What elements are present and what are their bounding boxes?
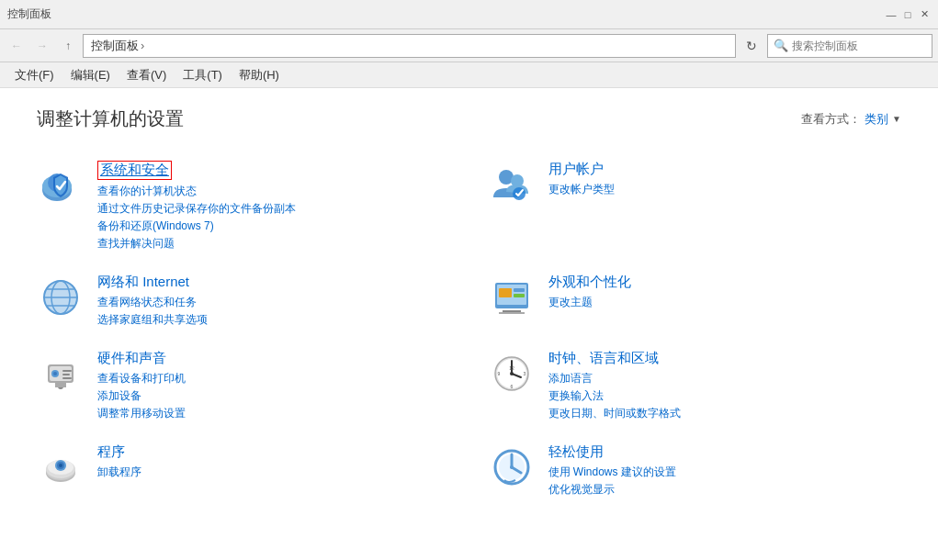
menu-file[interactable]: 文件(F) (7, 64, 62, 86)
cp-link[interactable]: 通过文件历史记录保存你的文件备份副本 (97, 201, 451, 217)
back-button[interactable]: ← (6, 35, 28, 57)
cp-item-hardware-sound: 硬件和声音 查看设备和打印机添加设备调整常用移动设置 (37, 342, 451, 429)
menu-help[interactable]: 帮助(H) (232, 64, 287, 86)
programs-title[interactable]: 程序 (97, 443, 451, 461)
user-accounts-title[interactable]: 用户帐户 (548, 161, 902, 178)
title-bar-left: 控制面板 (7, 6, 51, 22)
menu-tools[interactable]: 工具(T) (175, 64, 230, 86)
svg-rect-23 (55, 383, 66, 387)
appearance-text: 外观和个性化 更改主题 (548, 274, 902, 310)
svg-rect-16 (499, 312, 525, 314)
cp-link[interactable]: 查看设备和打印机 (97, 371, 451, 386)
cp-link[interactable]: 卸载程序 (97, 465, 451, 480)
cp-link[interactable]: 查看你的计算机状态 (97, 184, 451, 199)
network-internet-links: 查看网络状态和任务选择家庭组和共享选项 (97, 295, 451, 328)
main-content: 调整计算机的设置 查看方式： 类别 ▼ 系统和安全 查看你的计算机状态通过文件历… (0, 88, 938, 560)
cp-item-system-security: 系统和安全 查看你的计算机状态通过文件历史记录保存你的文件备份副本备份和还原(W… (37, 153, 451, 259)
menu-edit[interactable]: 编辑(E) (63, 64, 118, 86)
menu-bar: 文件(F) 编辑(E) 查看(V) 工具(T) 帮助(H) (0, 62, 938, 88)
cp-link[interactable]: 调整常用移动设置 (97, 406, 451, 421)
programs-links: 卸载程序 (97, 465, 451, 480)
minimize-button[interactable]: — (885, 8, 898, 21)
menu-view[interactable]: 查看(V) (119, 64, 174, 86)
cp-item-appearance: 外观和个性化 更改主题 (488, 266, 902, 335)
svg-text:9: 9 (497, 371, 500, 376)
user-accounts-links: 更改帐户类型 (548, 182, 902, 197)
svg-rect-18 (514, 288, 525, 292)
clock-language-title[interactable]: 时钟、语言和区域 (548, 350, 902, 367)
cp-link[interactable]: 查找并解决问题 (97, 236, 451, 252)
svg-text:3: 3 (523, 371, 526, 376)
forward-button[interactable]: → (31, 35, 53, 57)
cp-item-user-accounts: 用户帐户 更改帐户类型 (488, 153, 902, 259)
svg-text:6: 6 (510, 384, 513, 389)
system-security-title[interactable]: 系统和安全 (97, 161, 172, 180)
hardware-sound-icon (37, 350, 85, 398)
chevron-down-icon[interactable]: ▼ (892, 114, 901, 124)
cp-link[interactable]: 更改主题 (548, 295, 902, 310)
user-accounts-icon (488, 161, 536, 208)
clock-language-text: 时钟、语言和区域 添加语言更换输入法更改日期、时间或数字格式 (548, 350, 902, 421)
cp-link[interactable]: 使用 Windows 建议的设置 (548, 465, 902, 480)
search-input[interactable] (792, 39, 930, 52)
view-mode-label: 查看方式： (801, 111, 861, 128)
cp-link[interactable]: 更改帐户类型 (548, 182, 902, 197)
svg-rect-19 (514, 294, 525, 297)
search-icon: 🔍 (774, 39, 788, 52)
search-box: 🔍 (767, 34, 932, 58)
network-internet-title[interactable]: 网络和 Internet (97, 274, 451, 291)
address-path[interactable]: 控制面板 › (83, 34, 736, 58)
hardware-sound-text: 硬件和声音 查看设备和打印机添加设备调整常用移动设置 (97, 350, 451, 421)
system-security-text: 系统和安全 查看你的计算机状态通过文件历史记录保存你的文件备份副本备份和还原(W… (97, 161, 451, 252)
network-internet-text: 网络和 Internet 查看网络状态和任务选择家庭组和共享选项 (97, 274, 451, 328)
title-bar: 控制面板 — □ ✕ (0, 0, 938, 29)
path-item-root[interactable]: 控制面板 (91, 38, 139, 54)
cp-item-clock-language: 12 3 6 9 时钟、语言和区域 添加语言更换输入法更改日期、时间或数字格式 (488, 342, 902, 429)
appearance-icon (488, 274, 536, 321)
svg-point-25 (53, 372, 57, 375)
window-title: 控制面板 (7, 6, 51, 22)
appearance-title[interactable]: 外观和个性化 (548, 274, 902, 291)
cp-link[interactable]: 选择家庭组和共享选项 (97, 312, 451, 328)
path-separator: › (141, 39, 144, 52)
ease-of-access-title[interactable]: 轻松使用 (548, 443, 902, 461)
cp-link[interactable]: 优化视觉显示 (548, 482, 902, 498)
cp-link[interactable]: 查看网络状态和任务 (97, 295, 451, 310)
cp-link[interactable]: 更改日期、时间或数字格式 (548, 406, 902, 421)
maximize-button[interactable]: □ (901, 8, 914, 21)
appearance-links: 更改主题 (548, 295, 902, 310)
svg-rect-26 (62, 370, 72, 372)
up-button[interactable]: ↑ (57, 35, 79, 57)
title-bar-controls: — □ ✕ (885, 8, 931, 21)
clock-language-icon: 12 3 6 9 (488, 350, 536, 398)
network-internet-icon (37, 274, 85, 321)
svg-rect-28 (62, 377, 72, 379)
page-title: 调整计算机的设置 (37, 106, 184, 131)
address-bar: ← → ↑ 控制面板 › ↻ 🔍 (0, 29, 938, 62)
hardware-sound-title[interactable]: 硬件和声音 (97, 350, 451, 367)
close-button[interactable]: ✕ (918, 8, 931, 21)
cp-link[interactable]: 备份和还原(Windows 7) (97, 218, 451, 234)
svg-rect-17 (499, 288, 512, 297)
svg-rect-27 (62, 374, 70, 375)
system-security-icon (37, 161, 85, 208)
ease-of-access-links: 使用 Windows 建议的设置优化视觉显示 (548, 465, 902, 498)
page-header: 调整计算机的设置 查看方式： 类别 ▼ (37, 106, 901, 131)
refresh-button[interactable]: ↻ (740, 34, 763, 58)
view-mode-value[interactable]: 类别 (865, 111, 888, 128)
user-accounts-text: 用户帐户 更改帐户类型 (548, 161, 902, 197)
svg-point-44 (59, 464, 62, 467)
control-panel-grid: 系统和安全 查看你的计算机状态通过文件历史记录保存你的文件备份副本备份和还原(W… (37, 153, 901, 505)
svg-point-47 (510, 465, 514, 469)
programs-text: 程序 卸载程序 (97, 443, 451, 480)
cp-link[interactable]: 添加语言 (548, 371, 902, 386)
svg-text:12: 12 (509, 365, 514, 371)
cp-item-ease-of-access: 轻松使用 使用 Windows 建议的设置优化视觉显示 (488, 436, 902, 505)
cp-link[interactable]: 添加设备 (97, 388, 451, 404)
clock-language-links: 添加语言更换输入法更改日期、时间或数字格式 (548, 371, 902, 421)
cp-item-network-internet: 网络和 Internet 查看网络状态和任务选择家庭组和共享选项 (37, 266, 451, 335)
programs-icon (37, 443, 85, 491)
hardware-sound-links: 查看设备和打印机添加设备调整常用移动设置 (97, 371, 451, 421)
cp-item-programs: 程序 卸载程序 (37, 436, 451, 505)
cp-link[interactable]: 更换输入法 (548, 388, 902, 404)
